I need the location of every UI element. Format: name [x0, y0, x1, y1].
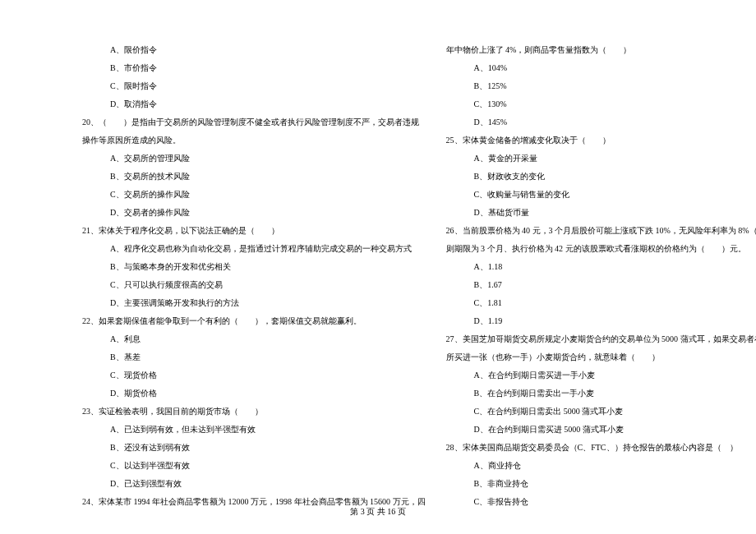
option: C、限时指令: [82, 77, 426, 95]
option: D、在合约到期日需买进 5000 蒲式耳小麦: [446, 421, 757, 439]
option: C、交易所的操作风险: [82, 186, 426, 204]
option: B、交易所的技术风险: [82, 168, 426, 186]
option: A、商业持仓: [446, 457, 757, 475]
q26-stem: 26、当前股票价格为 40 元，3 个月后股价可能上涨或下跌 10%，无风险年利…: [446, 222, 757, 240]
option: C、以达到半强型有效: [82, 457, 426, 475]
option: A、1.18: [446, 258, 757, 276]
option: A、已达到弱有效，但未达到半强型有效: [82, 421, 426, 439]
option: D、主要强调策略开发和执行的方法: [82, 294, 426, 312]
q28-stem: 28、宋体美国商品期货交易委员会（C、FTC、）持仓报告的最核心内容是（ ）: [446, 439, 757, 457]
page-footer: 第 3 页 共 16 页: [0, 506, 756, 518]
option: D、取消指令: [82, 95, 426, 113]
option: B、基差: [82, 348, 426, 366]
q24-cont: 年中物价上涨了 4%，则商品零售量指数为（ ）: [446, 41, 757, 59]
option: A、在合约到期日需买进一手小麦: [446, 366, 757, 384]
option: B、与策略本身的开发和优劣相关: [82, 258, 426, 276]
q25-stem: 25、宋体黄金储备的增减变化取决于（ ）: [446, 131, 757, 150]
option: B、125%: [446, 77, 757, 95]
option: C、在合约到期日需卖出 5000 蒲式耳小麦: [446, 403, 757, 421]
q22-stem: 22、如果套期保值者能争取到一个有利的（ ），套期保值交易就能赢利。: [82, 312, 426, 330]
q20-stem2: 操作等原因所造成的风险。: [82, 131, 426, 150]
q20-stem: 20、（ ）是指由于交易所的风险管理制度不健全或者执行风险管理制度不严，交易者违…: [82, 113, 426, 131]
left-column: A、限价指令 B、市价指令 C、限时指令 D、取消指令 20、（ ）是指由于交易…: [16, 41, 446, 518]
option: A、104%: [446, 59, 757, 77]
option: D、基础货币量: [446, 204, 757, 222]
option: B、非商业持仓: [446, 475, 757, 493]
option: A、程序化交易也称为自动化交易，是指通过计算程序辅助完成交易的一种交易方式: [82, 240, 426, 258]
option: D、已达到强型有效: [82, 475, 426, 493]
option: B、1.67: [446, 276, 757, 294]
option: D、交易者的操作风险: [82, 204, 426, 222]
q21-stem: 21、宋体关于程序化交易，以下说法正确的是（ ）: [82, 222, 426, 240]
option: B、财政收支的变化: [446, 168, 757, 186]
option: C、1.81: [446, 294, 757, 312]
right-column: 年中物价上涨了 4%，则商品零售量指数为（ ） A、104% B、125% C、…: [446, 41, 757, 518]
q23-stem: 23、实证检验表明，我国目前的期货市场（ ）: [82, 403, 426, 421]
option: C、现货价格: [82, 366, 426, 384]
option: C、只可以执行频度很高的交易: [82, 276, 426, 294]
q27-stem: 27、美国芝加哥期货交易所规定小麦期货合约的交易单位为 5000 蒲式耳，如果交…: [446, 330, 757, 348]
option: B、市价指令: [82, 59, 426, 77]
option: C、收购量与销售量的变化: [446, 186, 757, 204]
option: B、在合约到期日需卖出一手小麦: [446, 384, 757, 403]
option: D、145%: [446, 113, 757, 131]
q26-stem2: 则期限为 3 个月、执行价格为 42 元的该股票欧式看涨期权的价格约为（ ）元。: [446, 240, 757, 258]
option: A、交易所的管理风险: [82, 150, 426, 168]
option: A、利息: [82, 330, 426, 348]
option: C、130%: [446, 95, 757, 113]
q27-stem2: 所买进一张（也称一手）小麦期货合约，就意味着（ ）: [446, 348, 757, 366]
option: D、期货价格: [82, 384, 426, 403]
option: D、1.19: [446, 312, 757, 330]
option: B、还没有达到弱有效: [82, 439, 426, 457]
option: A、黄金的开采量: [446, 150, 757, 168]
option: A、限价指令: [82, 41, 426, 59]
